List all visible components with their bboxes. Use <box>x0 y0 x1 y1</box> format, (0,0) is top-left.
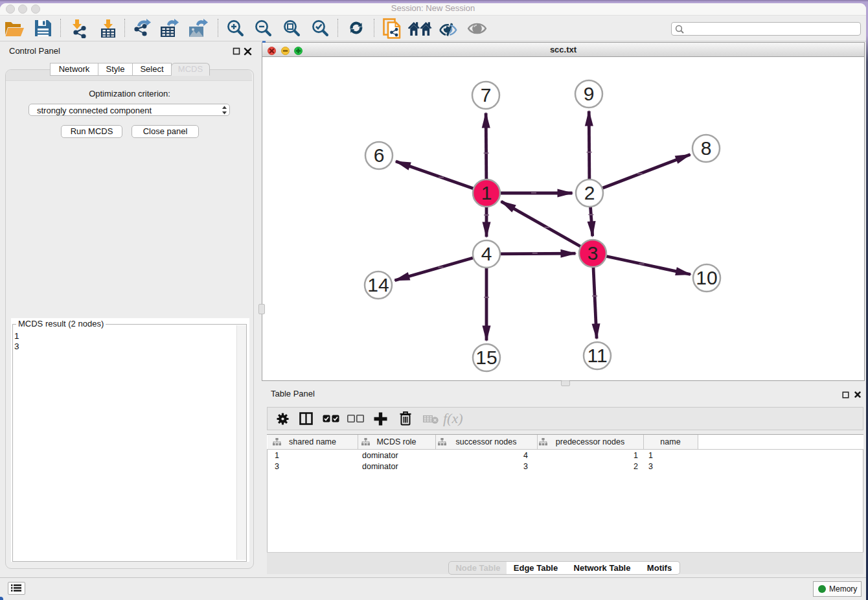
svg-text:10: 10 <box>696 267 717 288</box>
svg-text:11: 11 <box>587 345 607 366</box>
svg-text:9: 9 <box>584 83 595 104</box>
svg-text:4: 4 <box>481 243 492 264</box>
svg-text:2: 2 <box>584 182 595 203</box>
svg-text:3: 3 <box>588 242 599 264</box>
svg-text:15: 15 <box>475 347 497 368</box>
svg-text:6: 6 <box>374 144 385 166</box>
svg-text:7: 7 <box>481 84 492 106</box>
svg-text:14: 14 <box>367 274 389 295</box>
svg-text:1: 1 <box>481 182 492 203</box>
svg-text:8: 8 <box>701 137 712 159</box>
